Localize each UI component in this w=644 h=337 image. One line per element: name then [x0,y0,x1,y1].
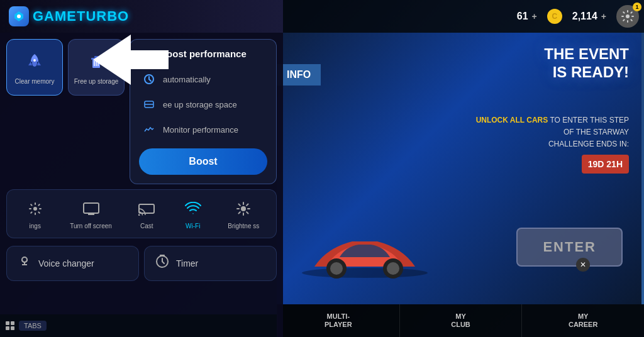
my-career-label: MYCAREER [569,312,597,329]
score-plus: + [532,11,537,21]
enter-button[interactable]: ENTER [516,228,623,267]
svg-rect-44 [6,326,9,330]
quick-actions: Clear memory Free up storage B [6,39,277,184]
score-item: 61 + [517,11,537,22]
storage-icon [142,97,157,112]
timer-card[interactable]: Timer [144,246,277,281]
settings-tool-label: ings [30,223,41,230]
monitor-icon [142,122,157,137]
cast-label: Cast [140,223,153,230]
highlight-text: UNLOCK ALL CARS [476,116,548,124]
timer-icon [155,254,170,273]
boost-popup-title: Boost performance [139,48,267,59]
boost-option-monitor[interactable]: Monitor performance [139,117,267,142]
top-bar-scores: 61 + C 2,114 + 1 [517,5,639,28]
svg-line-31 [247,204,248,206]
free-storage-label: Free up storage [74,78,119,86]
boost-button[interactable]: Boost [139,148,267,175]
bottom-row: Voice changer Timer [6,246,277,281]
svg-point-7 [33,59,36,62]
score-value: 61 [517,11,528,22]
gameturbo-header: GAMETURBO [0,0,283,33]
monitor-label: Monitor performance [163,125,238,135]
screen-off-icon [80,197,103,220]
info-tab[interactable]: INFO [277,64,321,86]
gameturbo-body: Clear memory Free up storage B [0,33,283,337]
auto-icon [142,72,157,87]
event-title: THE EVENTIS READY! [544,45,629,82]
svg-rect-9 [91,58,101,60]
svg-rect-45 [11,326,14,330]
turn-off-screen-tool[interactable]: Turn off screen [70,197,112,230]
voice-changer-icon [17,254,32,273]
svg-rect-43 [11,321,14,325]
svg-point-37 [302,268,428,278]
voice-changer-label: Voice changer [38,258,94,268]
svg-point-24 [241,206,246,211]
multiplayer-nav[interactable]: MULTI-PLAYER [277,304,399,337]
svg-point-41 [387,262,399,275]
enter-close-icon[interactable]: ✕ [576,258,590,272]
free-storage-card[interactable]: Free up storage [68,39,125,96]
wifi-icon [182,197,204,220]
svg-line-30 [247,212,248,213]
wifi-label: Wi-Fi [186,223,200,230]
my-career-nav[interactable]: MYCAREER [521,304,644,337]
svg-point-39 [330,262,343,275]
bottom-nav: MULTI-PLAYER MYCLUB MYCAREER [277,304,644,337]
coins-value: 2,114 [572,11,597,22]
event-description: UNLOCK ALL CARS TO ENTER THIS STEP OF TH… [476,114,629,174]
gameturbo-title: GAMETURBO [33,8,129,25]
svg-point-18 [33,207,37,211]
clear-memory-label: Clear memory [15,78,55,86]
svg-point-23 [138,214,140,216]
quick-tools: ings Turn off screen [6,189,277,238]
auto-label: automatically [163,75,211,84]
brightness-label: Brightne ss [228,223,259,230]
settings-icon[interactable]: 1 [616,5,639,28]
car-visual [277,204,453,304]
gameturbo-logo: GAMETURBO [9,6,129,26]
cast-icon [135,197,158,220]
clear-memory-card[interactable]: Clear memory [6,39,63,96]
brightness-icon [232,197,255,220]
rocket-icon [22,49,47,74]
turn-off-screen-label: Turn off screen [70,223,112,230]
timer-badge: 19D 21H [582,155,629,174]
cast-tool[interactable]: Cast [135,197,158,230]
bottom-strip-left: TABS [5,321,47,331]
bottom-strip: TABS [0,314,277,337]
boost-popup: Boost performance automatically [130,39,277,184]
svg-rect-36 [160,255,165,257]
svg-point-4 [626,14,630,18]
svg-line-32 [239,212,240,213]
trash-icon [84,49,109,74]
multiplayer-label: MULTI-PLAYER [325,312,352,329]
coin-icon: C [547,9,562,24]
game-content: INFO THE EVENTIS READY! UNLOCK ALL CARS … [277,33,641,304]
svg-rect-19 [84,203,99,213]
wifi-tool[interactable]: Wi-Fi [182,197,204,230]
my-club-label: MYCLUB [451,312,470,329]
storage-label: ee up storage space [163,100,237,109]
voice-changer-card[interactable]: Voice changer [6,246,139,281]
tabs-indicator: TABS [19,321,47,331]
svg-point-5 [17,14,21,18]
settings-tool-icon [24,197,47,220]
brightness-tool[interactable]: Brightne ss [228,197,259,230]
gameturbo-icon [9,6,29,26]
my-club-nav[interactable]: MYCLUB [399,304,522,337]
boost-option-auto[interactable]: automatically [139,67,267,92]
gameturbo-panel: GAMETURBO Clear memory [0,0,283,337]
svg-rect-10 [94,56,98,58]
svg-rect-42 [6,321,9,325]
notif-badge: 1 [633,3,641,11]
boost-option-storage[interactable]: ee up storage space [139,92,267,117]
timer-label: Timer [176,258,198,268]
settings-tool[interactable]: ings [24,197,47,230]
coins-value-wrap: 2,114 + [572,11,606,22]
coins-plus: + [601,11,606,21]
svg-line-29 [239,204,240,206]
